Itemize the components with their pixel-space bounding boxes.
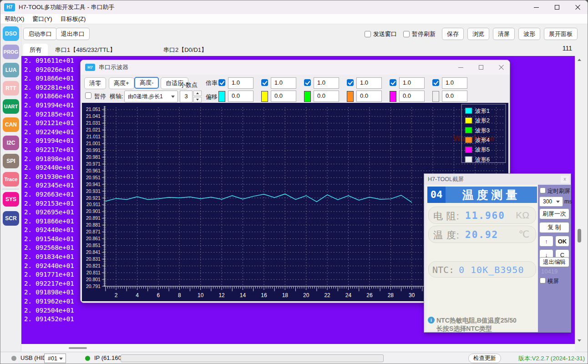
channel-1-color-swatch[interactable]: [218, 91, 225, 102]
copy-button[interactable]: 复 制: [539, 222, 569, 233]
screenshot-panel-titlebar[interactable]: H7-TOOL截屏: [424, 174, 571, 185]
channel-6-enable-checkbox[interactable]: [432, 79, 439, 86]
height-plus-button[interactable]: 高度+: [109, 77, 134, 89]
close-icon[interactable]: [568, 0, 588, 14]
expand-panel-button[interactable]: 展开面板: [544, 28, 578, 40]
pause-refresh-checkbox[interactable]: 暂停刷新: [403, 30, 436, 38]
landscape-label: 横屏: [547, 278, 559, 285]
browse-button[interactable]: 浏览: [467, 28, 489, 40]
panel-controls: 定时刷屏 300 ms 刷屏一次 复 制 ↑ OK ↓ C 退出编辑 10419…: [538, 185, 571, 332]
osc-close-icon[interactable]: [494, 60, 509, 75]
channel-2-color-swatch[interactable]: [261, 91, 268, 102]
channel-3-enable-checkbox[interactable]: [304, 79, 311, 86]
sidebar-item-spi[interactable]: SPI: [3, 154, 19, 168]
chevron-down-icon: [59, 358, 63, 360]
save-button[interactable]: 保存: [442, 28, 464, 40]
channel-4-enable-checkbox[interactable]: [347, 79, 354, 86]
channel-3-scale-input[interactable]: 1.0: [314, 77, 339, 89]
statusbar: USB (HID) #01 IP (61.160.207.173) 检查更新 版…: [0, 352, 588, 364]
sidebar-item-i2c[interactable]: I2C: [3, 136, 19, 150]
start-serial-button[interactable]: 启动串口: [23, 28, 57, 40]
sidebar-item-uart[interactable]: UART: [3, 99, 19, 114]
menu-item-1[interactable]: 窗口(Y): [28, 14, 56, 24]
channel-4-scale-input[interactable]: 1.0: [356, 77, 382, 89]
exit-edit-button[interactable]: 退出编辑: [539, 257, 569, 267]
svg-text:20.791: 20.791: [86, 284, 101, 289]
channel-6-color-swatch[interactable]: [432, 91, 439, 102]
channel-2-scale-input[interactable]: 1.0: [271, 77, 296, 89]
channel-5-offset-input[interactable]: 0.0: [399, 91, 425, 102]
timed-refresh-checkbox[interactable]: [540, 187, 546, 193]
sidebar-item-can[interactable]: CAN: [3, 117, 19, 132]
zero-button[interactable]: 清零: [84, 77, 106, 89]
svg-text:4: 4: [136, 292, 139, 298]
check-update-button[interactable]: 检查更新: [468, 354, 501, 363]
landscape-checkbox[interactable]: [540, 278, 546, 283]
sidebar-item-prog[interactable]: PROG: [3, 45, 19, 59]
pause-refresh-checkbox-box[interactable]: [403, 31, 410, 37]
channel-1-offset-input[interactable]: 0.0: [228, 91, 253, 102]
tab-1[interactable]: 串口1【485/232/TTL】: [49, 44, 122, 56]
waveform-button[interactable]: 波形: [518, 28, 540, 40]
height-minus-button[interactable]: 高度-: [134, 77, 159, 89]
interval-unit-label: ms: [564, 198, 572, 205]
ok-button[interactable]: OK: [555, 236, 569, 247]
channel-4-color-swatch[interactable]: [347, 91, 354, 102]
channel-5-color-swatch[interactable]: [390, 91, 396, 102]
haxis-select[interactable]: 由0递增,步长1: [124, 91, 178, 102]
refresh-once-button[interactable]: 刷屏一次: [539, 208, 569, 219]
ntc-value: 0 10K_B3950: [459, 264, 524, 275]
tab-2[interactable]: 串口2【D0/D1】: [157, 44, 213, 56]
horizontal-scrollbar[interactable]: [21, 344, 575, 352]
channel-5-enable-checkbox[interactable]: [390, 79, 396, 86]
device-select[interactable]: #01: [44, 354, 66, 363]
vertical-scroll-thumb[interactable]: [578, 229, 581, 243]
serial-value-row: 2. 092281e+01: [21, 83, 74, 92]
channel-1-enable-checkbox[interactable]: [218, 79, 225, 86]
channel-4-offset-input[interactable]: 0.0: [356, 91, 382, 102]
channel-2-offset-input[interactable]: 0.0: [271, 91, 296, 102]
serial-value-row: 2. 091548e+01: [21, 235, 74, 244]
channel-3-offset-input[interactable]: 0.0: [314, 91, 339, 102]
osc-minimize-icon[interactable]: [453, 60, 468, 75]
oscilloscope-titlebar[interactable]: H7 串口示波器: [81, 60, 510, 75]
channel-6-offset-input[interactable]: 0.0: [442, 91, 467, 102]
exit-serial-button[interactable]: 退出串口: [56, 28, 90, 40]
channel-5-scale-input[interactable]: 1.0: [399, 77, 425, 89]
osc-maximize-icon[interactable]: [473, 60, 489, 75]
sidebar-item-trace[interactable]: Trace: [3, 172, 19, 187]
scroll-down-icon[interactable]: [575, 337, 583, 344]
decimal-input[interactable]: 3: [180, 91, 193, 102]
minimize-icon[interactable]: [526, 0, 547, 14]
sidebar-divider: [2, 189, 19, 189]
vertical-scrollbar[interactable]: [575, 56, 583, 344]
menu-item-0[interactable]: 帮助(X): [0, 14, 28, 24]
svg-text:20.961: 20.961: [86, 168, 101, 173]
serial-value-row: 2. 091866e+01: [21, 217, 74, 226]
send-window-checkbox-box[interactable]: [365, 31, 371, 37]
decimal-up-icon[interactable]: [193, 91, 202, 96]
panel-close-icon[interactable]: x: [561, 176, 569, 183]
sidebar-item-lua[interactable]: LUA: [3, 63, 19, 77]
channel-1-scale-input[interactable]: 1.0: [228, 77, 253, 89]
temperature-unit: ℃: [518, 229, 529, 240]
decimal-down-icon[interactable]: [193, 97, 202, 102]
svg-text:21.041: 21.041: [86, 114, 101, 119]
clear-screen-button[interactable]: 清屏: [493, 28, 515, 40]
sidebar-item-rtt[interactable]: RTT: [3, 81, 19, 96]
sidebar-item-dso[interactable]: DSO: [3, 26, 19, 41]
maximize-icon[interactable]: [547, 0, 568, 14]
channel-2-enable-checkbox[interactable]: [261, 79, 268, 86]
sidebar-item-sys[interactable]: SYS: [3, 192, 19, 207]
send-window-checkbox[interactable]: 发送窗口: [365, 30, 397, 38]
sidebar-item-scr[interactable]: SCR: [3, 211, 19, 226]
horizontal-scroll-thumb[interactable]: [69, 347, 87, 349]
up-button[interactable]: ↑: [539, 236, 553, 247]
interval-select[interactable]: 300: [539, 197, 563, 207]
scroll-up-icon[interactable]: [575, 56, 583, 63]
osc-pause-checkbox[interactable]: [85, 92, 91, 99]
channel-3-color-swatch[interactable]: [304, 91, 311, 102]
tab-0[interactable]: 所有: [23, 44, 48, 56]
menu-item-2[interactable]: 目标板(Z): [56, 14, 90, 24]
channel-6-scale-input[interactable]: 1.0: [442, 77, 467, 89]
